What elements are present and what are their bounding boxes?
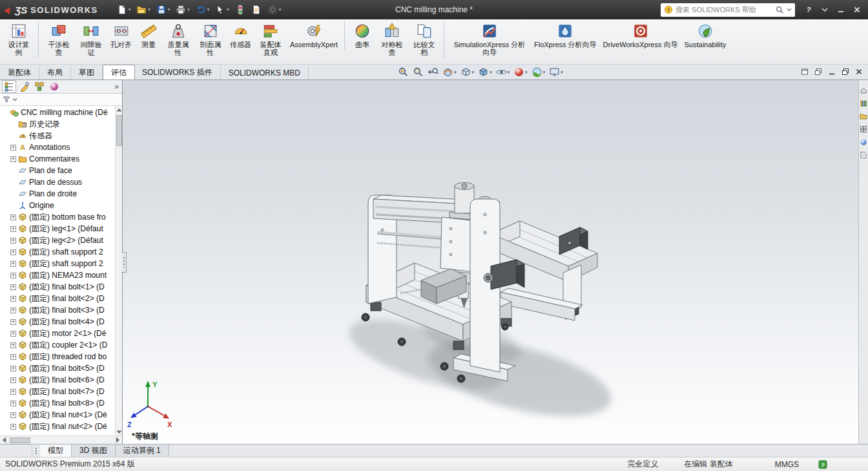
tree-expander[interactable] — [10, 156, 16, 162]
headsup-button[interactable] — [477, 67, 493, 78]
scroll-left-icon[interactable] — [1, 437, 8, 444]
ribbon-button[interactable]: 间隙验证 — [75, 21, 107, 58]
command-tab[interactable]: 草图 — [71, 66, 103, 79]
search-input[interactable] — [676, 6, 772, 14]
scroll-up-icon[interactable] — [116, 106, 123, 114]
ribbon-button[interactable]: DriveWorksXpress 向导 — [600, 21, 681, 50]
ribbon-button[interactable]: 对称检查 — [376, 21, 408, 58]
tree-item[interactable]: (固定) final bolt<4> (D — [0, 316, 122, 328]
taskpane-icon[interactable] — [860, 151, 867, 159]
tree-expander[interactable] — [10, 342, 16, 348]
tree-expander[interactable] — [10, 424, 16, 430]
ribbon-button[interactable]: AssemblyXpert — [287, 21, 345, 50]
tree-expander[interactable] — [10, 319, 16, 325]
tree-expander[interactable] — [10, 401, 16, 406]
tree-expander[interactable] — [10, 238, 16, 244]
panel-tab[interactable] — [48, 81, 61, 92]
quickbar-button[interactable] — [174, 2, 192, 17]
tree-expander[interactable] — [10, 226, 16, 232]
tree-item[interactable]: (固定) bottom base fro — [0, 211, 122, 223]
ribbon-button[interactable]: 剖面属性 — [194, 21, 227, 58]
ribbon-button[interactable]: 比较文档 — [408, 21, 444, 58]
tree-expander[interactable] — [10, 308, 16, 313]
tree-item[interactable]: (固定) final bolt<8> (D — [0, 397, 122, 409]
tree-expander[interactable] — [10, 331, 16, 337]
tab-splitter-grip[interactable] — [32, 445, 40, 457]
search-dropdown-caret-icon[interactable] — [787, 7, 792, 12]
command-tab[interactable]: 评估 — [103, 65, 135, 79]
quickbar-button[interactable] — [154, 2, 172, 17]
ribbon-button[interactable]: 测量 — [135, 21, 162, 50]
window-control-button[interactable] — [851, 4, 863, 16]
tree-item[interactable]: (固定) leg<2> (Défaut — [0, 235, 122, 246]
tree-item[interactable]: (固定) final bolt<7> (D — [0, 386, 122, 397]
tree-item[interactable]: (固定) final bolt<1> (D — [0, 281, 122, 293]
tree-item[interactable]: 传感器 — [0, 130, 122, 141]
command-tab[interactable]: SOLIDWORKS 插件 — [134, 66, 221, 79]
tree-item[interactable]: (固定) threaded rod bo — [0, 351, 122, 362]
tree-item[interactable]: (固定) final bolt<2> (D — [0, 293, 122, 304]
tree-item[interactable]: (固定) final nut<1> (Dé — [0, 409, 122, 421]
tree-expander[interactable] — [10, 366, 16, 372]
doc-control-button[interactable] — [828, 68, 836, 76]
document-tab[interactable]: 3D 视图 — [72, 445, 116, 457]
tree-expander[interactable] — [10, 261, 16, 267]
quickbar-button[interactable] — [213, 2, 231, 17]
document-tab[interactable]: 模型 — [40, 445, 72, 457]
ribbon-button[interactable]: 曲率 — [349, 21, 376, 50]
taskpane-icon[interactable] — [860, 112, 867, 120]
ribbon-button[interactable]: 设计算例 — [3, 21, 39, 58]
tree-expander[interactable] — [10, 354, 16, 360]
quickbar-button[interactable] — [233, 2, 247, 17]
units-selector[interactable]: MMGS — [775, 460, 799, 469]
doc-control-button[interactable] — [855, 68, 863, 76]
tree-item[interactable]: (固定) coupler 2<1> (D — [0, 339, 122, 351]
tree-expander[interactable] — [10, 389, 16, 395]
scroll-down-icon[interactable] — [116, 428, 123, 435]
quickbar-button[interactable] — [134, 2, 152, 17]
tree-expander[interactable] — [10, 412, 16, 418]
search-icon[interactable] — [775, 5, 784, 14]
cnc-model-graphic[interactable] — [123, 80, 858, 444]
tree-item[interactable]: CNC milling machine (Dé — [0, 107, 122, 118]
tree-item[interactable]: Plan de face — [0, 165, 122, 176]
tree-expander[interactable] — [10, 249, 16, 255]
ribbon-button[interactable]: FloXpress 分析向导 — [531, 21, 600, 50]
tree-item[interactable]: (固定) final nut<2> (Dé — [0, 421, 122, 432]
tree-expander[interactable] — [10, 273, 16, 278]
headsup-button[interactable] — [513, 67, 528, 78]
taskpane-icon[interactable] — [860, 99, 867, 107]
headsup-button[interactable] — [495, 67, 511, 78]
tree-item[interactable]: (固定) NEMA23 mount — [0, 269, 122, 281]
doc-control-button[interactable] — [801, 68, 809, 76]
taskpane-icon[interactable] — [860, 138, 867, 146]
tree-expander[interactable] — [10, 145, 16, 151]
window-control-button[interactable] — [835, 4, 847, 16]
ribbon-button[interactable]: 干涉检查 — [43, 21, 75, 58]
panel-expand-chevron[interactable]: » — [114, 82, 120, 91]
quickbar-button[interactable] — [249, 2, 264, 17]
headsup-button[interactable] — [442, 67, 457, 78]
ribbon-button[interactable]: 装配体直观 — [254, 21, 287, 58]
panel-splitter-handle[interactable] — [121, 252, 127, 273]
tree-filter-row[interactable] — [0, 94, 122, 106]
ribbon-button[interactable]: SimulationXpress 分析向导 — [448, 21, 531, 58]
quickbar-button[interactable] — [115, 2, 133, 17]
tree-item[interactable]: (固定) leg<1> (Défaut — [0, 223, 122, 235]
panel-tab[interactable] — [2, 80, 16, 93]
search-box[interactable]: ? — [661, 3, 795, 17]
command-tab[interactable]: 装配体 — [0, 66, 39, 79]
tree-horizontal-scrollbar[interactable] — [0, 435, 122, 444]
headsup-button[interactable] — [548, 67, 564, 78]
tree-item[interactable]: (固定) motor 2<1> (Dé — [0, 328, 122, 339]
scrollbar-thumb[interactable] — [116, 115, 122, 146]
ribbon-button[interactable]: 质量属性 — [162, 21, 194, 58]
tree-item[interactable]: Commentaires — [0, 153, 122, 165]
ribbon-button[interactable]: Sustainability — [681, 21, 730, 50]
tree-item[interactable]: Plan de dessus — [0, 176, 122, 188]
command-tab[interactable]: SOLIDWORKS MBD — [221, 66, 309, 79]
window-control-button[interactable] — [819, 4, 831, 16]
tree-expander[interactable] — [10, 284, 16, 290]
tree-expander[interactable] — [10, 296, 16, 302]
ribbon-button[interactable]: 传感器 — [227, 21, 254, 50]
